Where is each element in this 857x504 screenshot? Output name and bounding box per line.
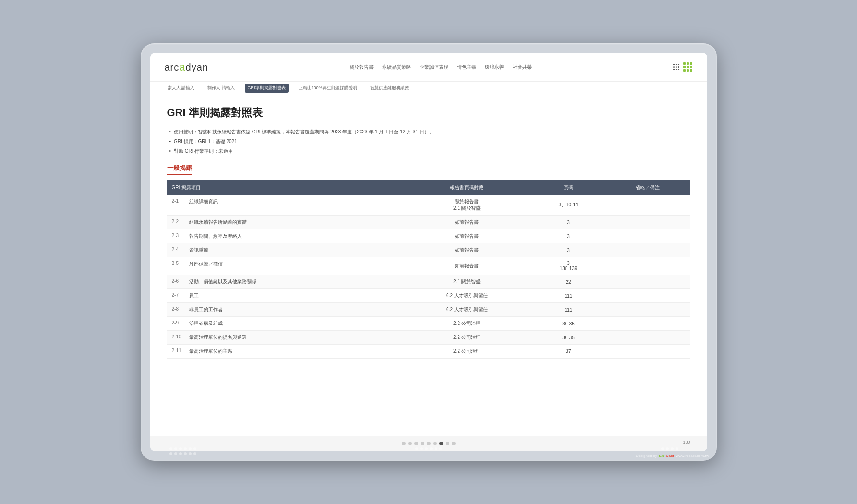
pagination-dots: [402, 442, 456, 445]
table-row: 2-4資訊重編如前報告書3: [167, 243, 690, 257]
row-number: 2-9: [172, 320, 185, 325]
row-report-cell: 2.2 公司治理: [402, 317, 531, 331]
row-item-cell: 2-7員工: [167, 289, 403, 302]
row-report-cell: 如前報告書: [402, 229, 531, 243]
row-item-cell: 2-2組織永續報告所涵蓋的實體: [167, 216, 403, 229]
row-report-cell: 2.2 公司治理: [402, 331, 531, 345]
row-report-cell: 如前報告書: [402, 257, 531, 275]
row-number: 2-10: [172, 334, 185, 339]
nav-links: 關於報告書 永續品質策略 企業誠信表現 情色主張 環境永善 社會共榮: [350, 64, 532, 71]
row-report-cell: 2.2 公司治理: [402, 345, 531, 359]
nav-link-5[interactable]: 環境永善: [485, 64, 504, 71]
row-report-cell: 如前報告書: [402, 243, 531, 257]
bullet-item-1: • 使用聲明：智盛科技永續報告書依循 GRI 標準編製，本報告書覆蓋期間為 20…: [169, 129, 690, 135]
logo-dot: a: [179, 61, 185, 73]
tablet-screen: arcadyan 關於報告書 永續品質策略 企業誠信表現 情色主張 環境永善 社…: [150, 53, 707, 451]
page-number: 130: [683, 440, 690, 444]
pagination-dot-1[interactable]: [402, 442, 406, 445]
sub-nav-item-5[interactable]: 智慧供應鏈服務績效: [367, 84, 412, 93]
row-note-cell: [605, 195, 690, 216]
row-note-cell: [605, 257, 690, 275]
row-report-cell: 6.2 人才吸引與留任: [402, 289, 531, 303]
pagination-dot-5[interactable]: [427, 442, 431, 445]
gri-table: GRI 揭露項目 報告書頁碼對應 頁碼 省略／備注 2-1組織詳細資訊關於報告書…: [167, 180, 690, 359]
sub-nav-item-3-active[interactable]: GRI準則揭露對照表: [245, 84, 289, 93]
bullet-text-1: 使用聲明：智盛科技永續報告書依循 GRI 標準編製，本報告書覆蓋期間為 2023…: [174, 129, 434, 135]
row-number: 2-6: [172, 278, 185, 284]
row-page-cell: 30-35: [531, 331, 605, 345]
table-row: 2-1組織詳細資訊關於報告書2.1 關於智盛3、10-11: [167, 195, 690, 216]
row-page-cell: 111: [531, 303, 605, 317]
pagination-dot-4[interactable]: [421, 442, 424, 445]
table-row: 2-6活動、價值鏈以及其他業務關係2.1 關於智盛22: [167, 275, 690, 289]
row-note-cell: [605, 243, 690, 257]
main-content[interactable]: GRI 準則揭露對照表 • 使用聲明：智盛科技永續報告書依循 GRI 標準編製，…: [150, 94, 707, 436]
pagination-dot-9[interactable]: [452, 442, 456, 445]
row-note-cell: [605, 317, 690, 331]
brand-name-en: En: [659, 454, 664, 458]
row-desc: 最高治理單位的主席: [189, 348, 232, 355]
row-desc: 組織詳細資訊: [189, 198, 218, 205]
nav-link-1[interactable]: 關於報告書: [350, 64, 374, 71]
row-item-cell: 2-8非員工的工作者: [167, 303, 403, 316]
row-page-cell: 111: [531, 289, 605, 303]
nav-link-2[interactable]: 永續品質策略: [382, 64, 411, 71]
grid-icon[interactable]: [683, 62, 692, 72]
row-item-cell: 2-1組織詳細資訊: [167, 195, 403, 208]
section-title: 一般揭露: [167, 164, 192, 175]
nav-link-6[interactable]: 社會共榮: [513, 64, 532, 71]
pagination-dot-3[interactable]: [414, 442, 418, 445]
bullet-dot-1: •: [169, 129, 171, 134]
row-number: 2-2: [172, 219, 185, 224]
row-number: 2-8: [172, 306, 185, 312]
bullet-list: • 使用聲明：智盛科技永續報告書依循 GRI 標準編製，本報告書覆蓋期間為 20…: [167, 129, 690, 155]
row-item-cell: 2-11最高治理單位的主席: [167, 345, 403, 358]
pagination-dot-8[interactable]: [446, 442, 449, 445]
row-note-cell: [605, 303, 690, 317]
row-item-cell: 2-5外部保證／確信: [167, 257, 403, 271]
brand-footer: Designed by EnCast www.recast.com.tw: [636, 454, 709, 458]
nav-link-4[interactable]: 情色主張: [457, 64, 476, 71]
pagination-dot-2[interactable]: [408, 442, 412, 445]
nav-link-3[interactable]: 企業誠信表現: [420, 64, 448, 71]
sub-nav-item-2[interactable]: 制作人 請輸入: [205, 84, 238, 93]
row-report-cell: 2.1 關於智盛: [402, 275, 531, 289]
logo-area: arcadyan: [165, 61, 208, 73]
row-report-cell: 關於報告書2.1 關於智盛: [402, 195, 531, 216]
th-note: 省略／備注: [605, 180, 690, 195]
row-note-cell: [605, 216, 690, 229]
row-item-cell: 2-10最高治理單位的提名與選選: [167, 331, 403, 344]
table-row: 2-5外部保證／確信如前報告書3138-139: [167, 257, 690, 275]
bullet-item-3: • 對應 GRI 行業準則：未適用: [169, 148, 690, 155]
table-row: 2-2組織永續報告所涵蓋的實體如前報告書3: [167, 216, 690, 229]
sub-nav-item-4[interactable]: 上精山100%再生能源採購聲明: [296, 84, 360, 93]
row-desc: 資訊重編: [189, 247, 208, 253]
row-number: 2-7: [172, 292, 185, 298]
row-desc: 組織永續報告所涵蓋的實體: [189, 219, 247, 226]
table-row: 2-11最高治理單位的主席2.2 公司治理37: [167, 345, 690, 359]
row-note-cell: [605, 229, 690, 243]
row-page-cell: 22: [531, 275, 605, 289]
row-number: 2-5: [172, 261, 185, 266]
bullet-dot-2: •: [169, 139, 171, 144]
menu-icon[interactable]: [673, 64, 679, 70]
row-desc: 最高治理單位的提名與選選: [189, 334, 247, 341]
row-page-cell: 3、10-11: [531, 195, 605, 216]
sub-nav-item-1[interactable]: 索大人 請輸入: [165, 84, 198, 93]
row-item-cell: 2-9治理架構及組成: [167, 317, 403, 330]
row-page-cell: 3: [531, 243, 605, 257]
bullet-text-3: 對應 GRI 行業準則：未適用: [174, 148, 233, 155]
row-note-cell: [605, 331, 690, 345]
nav-icons: [673, 62, 692, 72]
table-row: 2-7員工6.2 人才吸引與留任111: [167, 289, 690, 303]
row-report-cell: 如前報告書: [402, 216, 531, 229]
brand-url: www.recast.com.tw: [676, 454, 709, 458]
bullet-dot-3: •: [169, 148, 171, 154]
row-item-cell: 2-6活動、價值鏈以及其他業務關係: [167, 275, 403, 288]
pagination-dot-6[interactable]: [433, 442, 437, 445]
pagination-dot-7[interactable]: [439, 442, 443, 445]
tablet-frame: arcadyan 關於報告書 永續品質策略 企業誠信表現 情色主張 環境永善 社…: [141, 43, 717, 461]
row-page-cell: 30-35: [531, 317, 605, 331]
nav-bar: arcadyan 關於報告書 永續品質策略 企業誠信表現 情色主張 環境永善 社…: [150, 53, 707, 82]
row-note-cell: [605, 275, 690, 289]
